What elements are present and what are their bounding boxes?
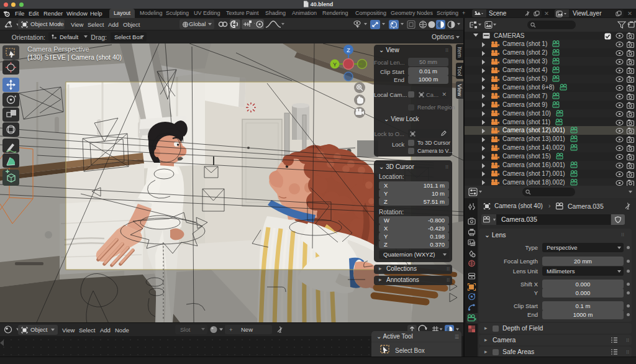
svg-text:Z: Z xyxy=(347,47,350,53)
svg-text:Y: Y xyxy=(333,61,337,68)
